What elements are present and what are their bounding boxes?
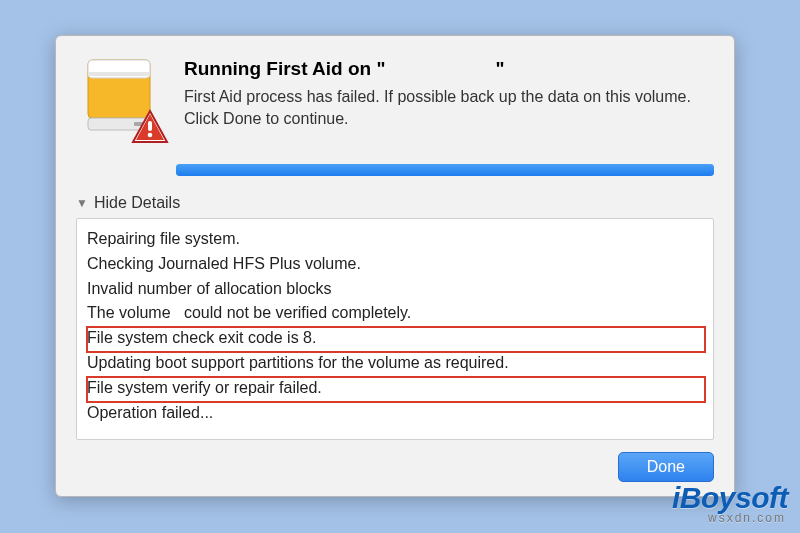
dialog-title: Running First Aid on "" <box>184 58 714 80</box>
log-output[interactable]: Repairing file system.Checking Journaled… <box>76 218 714 440</box>
log-line: Operation failed... <box>87 401 703 426</box>
log-line: Updating boot support partitions for the… <box>87 351 703 376</box>
log-line: The volume could not be verified complet… <box>87 301 703 326</box>
details-toggle[interactable]: ▼ Hide Details <box>76 194 714 212</box>
header-text: Running First Aid on "" First Aid proces… <box>184 54 714 144</box>
log-line: File system check exit code is 8. <box>87 326 703 351</box>
title-suffix: " <box>495 58 504 79</box>
title-volume-redacted <box>385 63 495 77</box>
svg-rect-2 <box>88 72 150 76</box>
title-prefix: Running First Aid on " <box>184 58 385 79</box>
svg-rect-7 <box>148 121 152 131</box>
disclosure-triangle-icon: ▼ <box>76 196 88 210</box>
watermark-sub: wsxdn.com <box>672 511 788 525</box>
disk-icon <box>76 54 166 144</box>
dialog-subtitle: First Aid process has failed. If possibl… <box>184 86 714 129</box>
log-line: File system verify or repair failed. <box>87 376 703 401</box>
first-aid-dialog: Running First Aid on "" First Aid proces… <box>55 35 735 497</box>
button-row: Done <box>76 440 714 482</box>
done-button[interactable]: Done <box>618 452 714 482</box>
log-line: Invalid number of allocation blocks <box>87 277 703 302</box>
log-line: Checking Journaled HFS Plus volume. <box>87 252 703 277</box>
progress-fill <box>176 164 714 176</box>
log-line: Repairing file system. <box>87 227 703 252</box>
svg-point-8 <box>148 133 153 138</box>
progress-bar <box>176 164 714 176</box>
details-toggle-label: Hide Details <box>94 194 180 212</box>
alert-badge-icon <box>130 108 170 148</box>
dialog-header: Running First Aid on "" First Aid proces… <box>76 54 714 144</box>
